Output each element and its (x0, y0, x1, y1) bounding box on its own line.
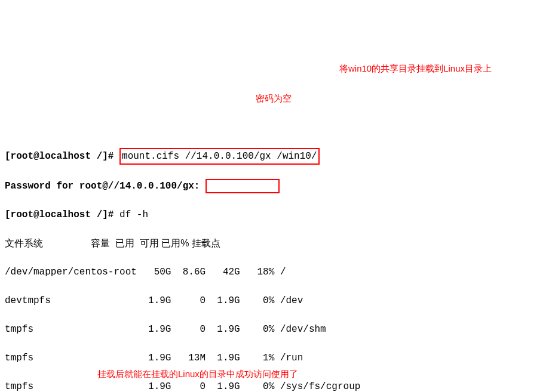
df-header: 文件系统 容量 已用 可用 已用% 挂载点 (5, 236, 544, 251)
h-fs: 文件系统 (5, 238, 43, 248)
h-size: 容量 (91, 238, 110, 248)
cmd-mount: mount.cifs //14.0.0.100/gx /win10/ (122, 151, 317, 162)
annotation-access-desc: 挂载后就能在挂载的Linux的目录中成功访问使用了 (97, 368, 298, 381)
df-row: tmpfs 1.9G 0 1.9G 0% /dev/shm (5, 322, 544, 337)
h-mount: 挂载点 (192, 238, 220, 248)
line-password: Password for root@//14.0.0.100/gx: (5, 179, 544, 193)
line-df: [root@localhost /]# df -h (5, 208, 544, 222)
highlighted-mount-cmd: mount.cifs //14.0.0.100/gx /win10/ (119, 148, 319, 165)
h-usepct: 已用% (161, 238, 189, 248)
annotation-mount-desc: 将win10的共享目录挂载到Linux目录上 (339, 62, 492, 76)
df-row: tmpfs 1.9G 13M 1.9G 1% /run (5, 351, 544, 365)
prompt: [root@localhost /]# (5, 209, 114, 220)
password-prompt: Password for root@//14.0.0.100/gx: (5, 181, 200, 192)
h-avail: 可用 (140, 238, 159, 248)
df-row: /dev/mapper/centos-root 50G 8.6G 42G 18%… (5, 265, 544, 279)
h-used: 已用 (115, 238, 134, 248)
df-row: tmpfs 1.9G 0 1.9G 0% /sys/fs/cgroup (5, 379, 544, 392)
line-mount: [root@localhost /]# mount.cifs //14.0.0.… (5, 148, 544, 165)
empty-password-box (206, 179, 280, 193)
annotation-password-empty: 密码为空 (256, 92, 292, 106)
cmd-df: df -h (119, 209, 148, 220)
df-row: devtmpfs 1.9G 0 1.9G 0% /dev (5, 294, 544, 308)
prompt: [root@localhost /]# (5, 151, 114, 162)
terminal-output: 将win10的共享目录挂载到Linux目录上 密码为空 挂载后就能在挂载的Lin… (5, 62, 544, 392)
